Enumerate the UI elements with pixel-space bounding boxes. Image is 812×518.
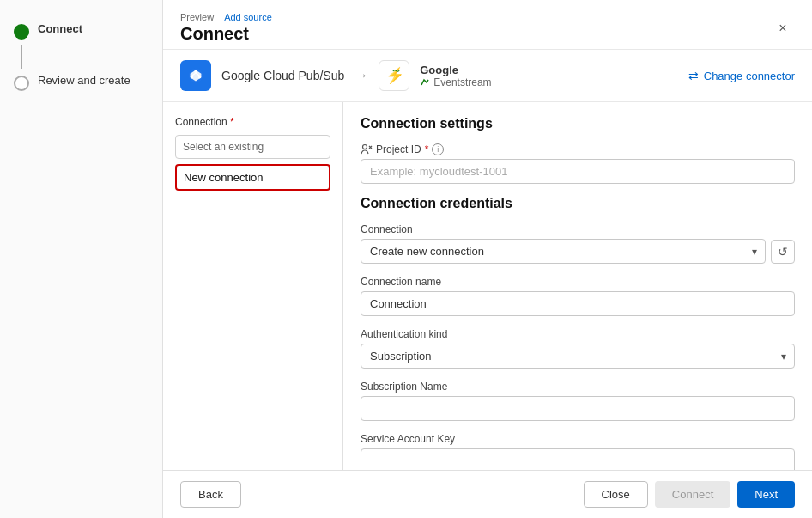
connection-select-group: Connection Create new connection ↺ (361, 223, 795, 264)
project-id-label: Project ID * i (361, 143, 795, 155)
breadcrumb-add-source[interactable]: Add source (224, 12, 272, 22)
step-connector (21, 45, 22, 69)
svg-point-3 (191, 76, 193, 78)
svg-point-2 (194, 70, 197, 73)
dest-title: Google (420, 64, 491, 76)
breadcrumb-preview: Preview (180, 12, 214, 22)
required-marker: * (230, 116, 234, 128)
breadcrumb: Preview Add source (180, 12, 272, 22)
svg-point-10 (363, 145, 367, 149)
auth-kind-select-wrapper: Subscription (361, 344, 795, 369)
dest-sub: Eventstream (420, 76, 491, 88)
project-icon (361, 143, 373, 155)
next-button[interactable]: Next (737, 481, 795, 508)
stepper: Connect Review and create (14, 17, 148, 96)
service-account-group: Service Account Key (361, 433, 795, 470)
subscription-name-input[interactable] (361, 396, 795, 421)
eventstream-icon: ⚡ 〜 (382, 64, 406, 88)
service-account-label: Service Account Key (361, 433, 795, 445)
dest-icon: ⚡ 〜 (379, 60, 409, 91)
source-icon (180, 60, 211, 91)
project-id-group: Project ID * i (361, 143, 795, 184)
arrow-icon: → (354, 68, 368, 83)
main-content: Preview Add source Connect × (163, 0, 812, 518)
sidebar: Connect Review and create (0, 0, 163, 518)
close-button[interactable]: × (771, 16, 795, 40)
back-button[interactable]: Back (180, 481, 241, 508)
dialog-body: Connection * Select an existing New conn… (163, 102, 812, 470)
connection-select[interactable]: Create new connection (361, 239, 766, 264)
header-title-area: Preview Add source Connect (180, 12, 272, 44)
connection-select-label: Connection (361, 223, 795, 235)
step-circle-connect (14, 24, 29, 40)
connect-button: Connect (655, 481, 730, 508)
change-connector-button[interactable]: ⇄ Change connector (688, 69, 795, 82)
connection-name-label: Connection name (361, 276, 795, 288)
connection-name-input[interactable] (361, 291, 795, 316)
auth-kind-select[interactable]: Subscription (361, 344, 795, 369)
refresh-button[interactable]: ↺ (771, 240, 795, 264)
step-review: Review and create (14, 69, 148, 96)
step-label-review: Review and create (38, 74, 130, 87)
swap-icon: ⇄ (688, 69, 699, 82)
source-name: Google Cloud Pub/Sub (221, 69, 344, 82)
left-panel: Connection * Select an existing New conn… (163, 102, 343, 470)
project-id-required: * (425, 143, 429, 155)
info-icon[interactable]: i (432, 143, 444, 155)
connection-select-wrapper: Create new connection (361, 239, 766, 264)
page-title: Connect (180, 24, 272, 44)
settings-panel: Connection settings Project ID * i (343, 102, 812, 470)
auth-kind-label: Authentication kind (361, 328, 795, 340)
close-footer-button[interactable]: Close (584, 481, 648, 508)
footer-left: Back (180, 481, 241, 508)
project-id-input[interactable] (361, 159, 795, 184)
dest-info: Google Eventstream (420, 64, 491, 88)
step-label-connect: Connect (38, 22, 82, 35)
new-connection-button[interactable]: New connection (175, 164, 330, 191)
connection-select-row: Create new connection ↺ (361, 239, 795, 264)
svg-point-4 (198, 76, 201, 78)
pubsub-icon (186, 66, 205, 85)
dialog-header: Preview Add source Connect × (163, 0, 812, 50)
auth-kind-group: Authentication kind Subscription (361, 328, 795, 369)
footer-right: Close Connect Next (584, 481, 795, 508)
eventstream-small-icon (420, 77, 430, 88)
svg-text:〜: 〜 (392, 67, 400, 76)
step-circle-review (14, 76, 29, 91)
select-existing-button[interactable]: Select an existing (175, 135, 330, 159)
connection-section-label: Connection * (175, 116, 330, 128)
subscription-name-group: Subscription Name (361, 381, 795, 421)
dialog-footer: Back Close Connect Next (163, 470, 812, 518)
source-bar: Google Cloud Pub/Sub → ⚡ 〜 Google Events… (163, 50, 812, 102)
credentials-title: Connection credentials (361, 196, 795, 211)
service-account-input[interactable] (361, 448, 795, 470)
subscription-name-label: Subscription Name (361, 381, 795, 393)
connection-settings-title: Connection settings (361, 116, 795, 131)
step-connect: Connect (14, 17, 148, 45)
connection-name-group: Connection name (361, 276, 795, 316)
